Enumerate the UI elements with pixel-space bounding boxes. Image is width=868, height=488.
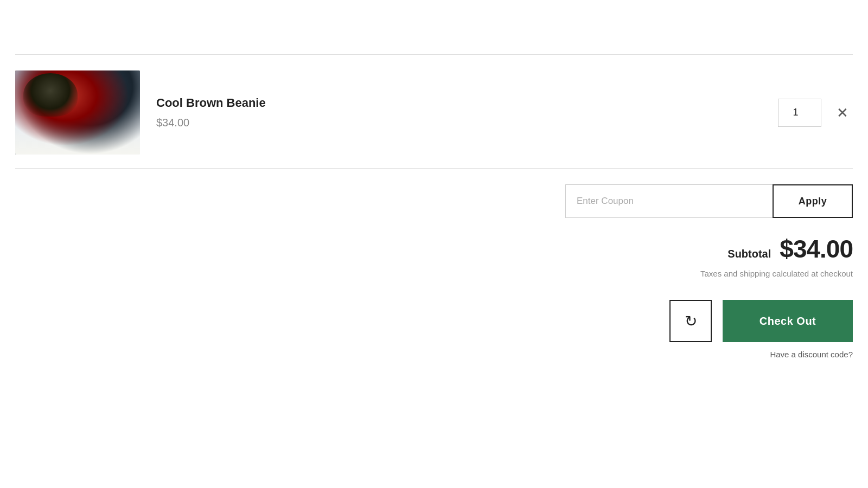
discount-note: Have a discount code?: [565, 350, 853, 359]
product-actions: ✕: [778, 99, 853, 127]
bottom-divider: [15, 168, 853, 169]
page-container: Cool Brown Beanie $34.00 ✕ Apply Subtota…: [0, 0, 868, 488]
coupon-row: Apply: [565, 184, 853, 218]
refresh-cart-button[interactable]: ↻: [669, 300, 712, 342]
product-info: Cool Brown Beanie $34.00: [156, 96, 778, 129]
cart-summary: Apply Subtotal $34.00 Taxes and shipping…: [565, 184, 853, 359]
coupon-input[interactable]: [565, 184, 773, 218]
quantity-input[interactable]: [778, 99, 821, 127]
cart-item: Cool Brown Beanie $34.00 ✕: [15, 60, 853, 165]
tax-note: Taxes and shipping calculated at checkou…: [565, 269, 853, 278]
remove-button[interactable]: ✕: [832, 101, 853, 124]
top-divider: [15, 54, 853, 55]
apply-coupon-button[interactable]: Apply: [773, 184, 853, 218]
subtotal-value: $34.00: [780, 234, 853, 264]
product-price: $34.00: [156, 117, 778, 129]
action-buttons: ↻ Check Out: [565, 300, 853, 342]
subtotal-row: Subtotal $34.00: [565, 234, 853, 264]
product-name: Cool Brown Beanie: [156, 96, 778, 110]
subtotal-label: Subtotal: [727, 248, 771, 260]
refresh-icon: ↻: [685, 312, 697, 330]
product-image: [15, 70, 140, 155]
checkout-button[interactable]: Check Out: [723, 300, 853, 342]
